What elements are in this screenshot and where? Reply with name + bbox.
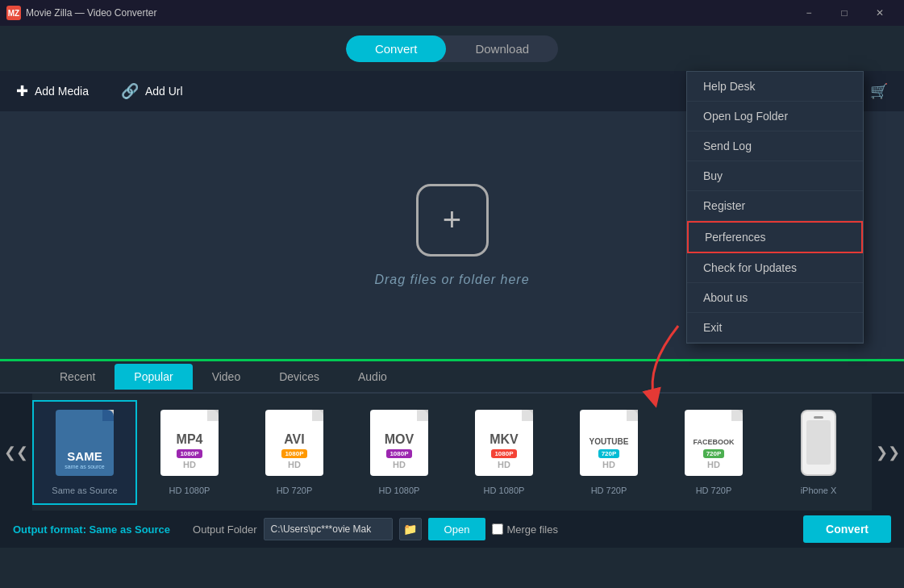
app-icon: MZ	[6, 6, 21, 20]
output-folder-path[interactable]: C:\Users\pc***ovie Mak	[264, 518, 393, 540]
format-card-mov[interactable]: MOV 1080P HD HD 1080P	[347, 400, 452, 505]
convert-button[interactable]: Convert	[803, 515, 891, 543]
cart-button[interactable]: 🛒	[870, 82, 888, 100]
next-arrow[interactable]: ❯❯	[872, 394, 904, 511]
youtube-card-label: HD 720P	[591, 486, 627, 495]
format-tab-popular[interactable]: Popular	[115, 364, 192, 390]
add-media-label: Add Media	[35, 85, 89, 98]
format-cards: SAME same as source Same as Source MP4 1…	[32, 394, 872, 511]
format-tab-audio[interactable]: Audio	[339, 364, 406, 390]
menu-item-open-log[interactable]: Open Log Folder	[687, 102, 863, 131]
close-button[interactable]: ✕	[862, 0, 898, 26]
mov-card-label: HD 1080P	[379, 486, 420, 495]
maximize-button[interactable]: □	[827, 0, 862, 26]
iphone-card-image	[786, 410, 851, 482]
add-url-label: Add Url	[145, 85, 183, 98]
open-folder-button[interactable]: Open	[428, 518, 486, 540]
avi-card-image: AVI 1080P HD	[262, 410, 327, 482]
large-plus-icon: +	[443, 202, 461, 238]
link-icon: 🔗	[121, 82, 139, 100]
mov-card-image: MOV 1080P HD	[367, 410, 431, 482]
prev-arrow[interactable]: ❮❮	[0, 394, 32, 511]
menu-item-register[interactable]: Register	[687, 191, 863, 221]
window-controls: − □ ✕	[791, 0, 898, 26]
format-tab-bar: Recent Popular Video Devices Audio	[0, 361, 904, 394]
format-card-avi[interactable]: AVI 1080P HD HD 720P	[242, 400, 347, 505]
add-url-button[interactable]: 🔗 Add Url	[121, 82, 183, 100]
format-tab-video[interactable]: Video	[193, 364, 260, 390]
output-format-value: Same as Source	[90, 523, 170, 536]
iphone-card-label: iPhone X	[801, 486, 837, 495]
format-card-iphone[interactable]: iPhone X	[766, 400, 871, 505]
mp4-card-image: MP4 1080P HD	[157, 410, 222, 482]
convert-tab[interactable]: Convert	[346, 35, 447, 62]
plus-icon: ✚	[16, 82, 28, 100]
menu-item-buy[interactable]: Buy	[687, 161, 863, 191]
app-title: Movie Zilla — Video Converter	[26, 7, 157, 19]
mkv-card-label: HD 1080P	[484, 486, 525, 495]
title-bar: MZ Movie Zilla — Video Converter − □ ✕	[0, 0, 904, 26]
minimize-button[interactable]: −	[791, 0, 827, 26]
add-files-button[interactable]: +	[416, 184, 489, 256]
menu-item-help-desk[interactable]: Help Desk	[687, 72, 863, 102]
same-card-label: Same as Source	[52, 486, 117, 495]
output-folder-label: Output Folder	[193, 523, 257, 536]
format-tab-recent[interactable]: Recent	[40, 364, 115, 390]
youtube-card-image: YOUTUBE 720P HD	[577, 410, 641, 482]
drag-hint: Drag files or folder here	[374, 273, 529, 287]
menu-item-exit[interactable]: Exit	[687, 313, 863, 343]
menu-item-about[interactable]: About us	[687, 283, 863, 313]
avi-card-label: HD 720P	[277, 486, 313, 495]
format-card-same[interactable]: SAME same as source Same as Source	[32, 400, 137, 505]
format-card-facebook[interactable]: FACEBOOK 720P HD HD 720P	[661, 400, 766, 505]
merge-files-checkbox[interactable]	[492, 523, 503, 535]
mode-toggle: Convert Download	[346, 35, 558, 62]
menu-item-send-log[interactable]: Send Log	[687, 131, 863, 161]
same-card-image: SAME same as source	[52, 410, 117, 482]
format-cards-wrap: ❮❮ SAME same as source Same as Source MP…	[0, 394, 904, 511]
facebook-card-image: FACEBOOK 720P HD	[681, 410, 746, 482]
download-tab[interactable]: Download	[446, 35, 558, 62]
format-card-youtube[interactable]: YOUTUBE 720P HD HD 720P	[556, 400, 661, 505]
output-format-label: Output format: Same as Source	[13, 523, 170, 536]
tab-bar: Convert Download	[0, 26, 904, 71]
format-tab-devices[interactable]: Devices	[260, 364, 339, 390]
browse-folder-button[interactable]: 📁	[399, 518, 422, 540]
facebook-card-label: HD 720P	[696, 486, 732, 495]
add-media-button[interactable]: ✚ Add Media	[16, 82, 89, 100]
bottom-bar: Output format: Same as Source Output Fol…	[0, 511, 904, 548]
menu-item-preferences[interactable]: Perferences	[687, 221, 863, 253]
menu-item-check-updates[interactable]: Check for Updates	[687, 253, 863, 283]
settings-dropdown: Help Desk Open Log Folder Send Log Buy R…	[686, 71, 864, 344]
mp4-card-label: HD 1080P	[169, 486, 210, 495]
format-card-mkv[interactable]: MKV 1080P HD HD 1080P	[452, 400, 556, 505]
format-card-mp4[interactable]: MP4 1080P HD HD 1080P	[137, 400, 242, 505]
mkv-card-image: MKV 1080P HD	[472, 410, 536, 482]
merge-files-label[interactable]: Merge files	[492, 523, 558, 536]
